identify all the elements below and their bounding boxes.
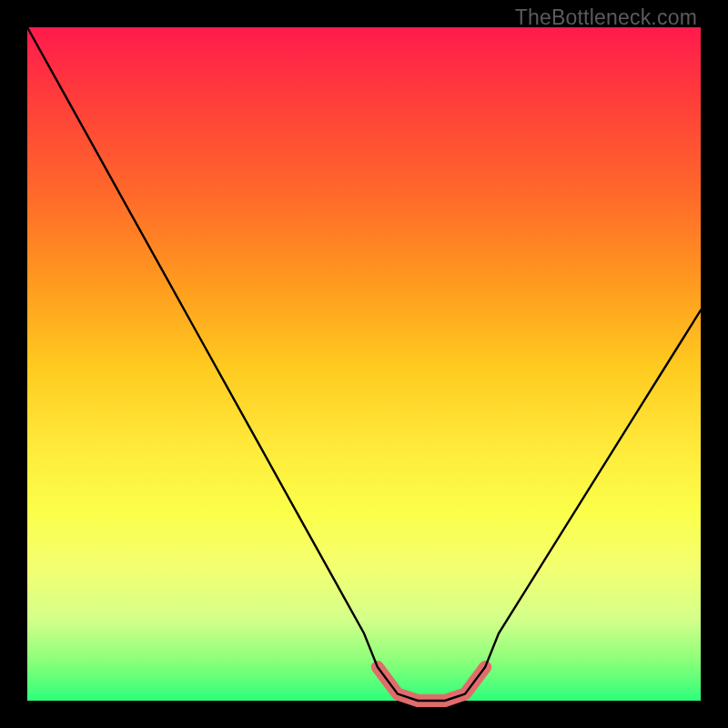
bottleneck-curve-path: [27, 27, 701, 701]
highlight-band-path: [378, 667, 485, 701]
curve-overlay: [27, 27, 701, 701]
watermark-text: TheBottleneck.com: [515, 5, 697, 30]
chart-frame: TheBottleneck.com: [0, 0, 728, 728]
